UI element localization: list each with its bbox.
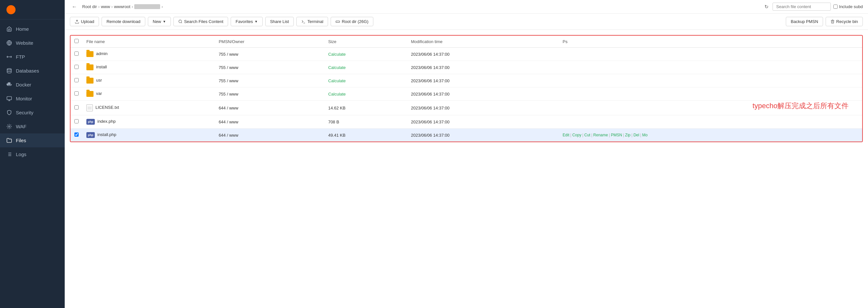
file-name: admin bbox=[96, 51, 107, 56]
row-checkbox[interactable] bbox=[74, 65, 79, 69]
sidebar-item-ftp[interactable]: FTP bbox=[0, 50, 65, 64]
more-action[interactable]: Mo bbox=[642, 133, 648, 137]
file-pmsn: 644 / www bbox=[215, 129, 324, 142]
row-checkbox[interactable] bbox=[74, 105, 79, 109]
del-action[interactable]: Del bbox=[633, 133, 639, 137]
shield-icon bbox=[6, 110, 12, 115]
calculate-link[interactable]: Calculate bbox=[328, 52, 345, 57]
pmsn-action[interactable]: PMSN bbox=[611, 133, 622, 137]
file-ps: Edit| Copy| Cut| Rename| PMSN| Zip| Del|… bbox=[559, 129, 862, 142]
table-row[interactable]: usr755 / wwwCalculate2023/06/06 14:37:00 bbox=[70, 74, 862, 87]
breadcrumb-wwwroot[interactable]: wwwroot bbox=[114, 4, 130, 9]
row-checkbox[interactable] bbox=[74, 119, 79, 123]
file-name: var bbox=[96, 91, 102, 96]
table-row[interactable]: phpindex.php644 / www708 B2023/06/06 14:… bbox=[70, 115, 862, 129]
file-size: 708 B bbox=[324, 115, 407, 129]
breadcrumb-root[interactable]: Root dir bbox=[82, 4, 97, 9]
file-size[interactable]: Calculate bbox=[324, 74, 407, 87]
file-name: install.php bbox=[97, 132, 117, 137]
favorites-button[interactable]: Favorites ▼ bbox=[231, 17, 262, 26]
sidebar-item-monitor-label: Monitor bbox=[16, 96, 32, 101]
include-subdir-checkbox[interactable] bbox=[833, 4, 838, 9]
calculate-link[interactable]: Calculate bbox=[328, 65, 345, 70]
select-all-checkbox[interactable] bbox=[74, 39, 79, 43]
sidebar-item-website[interactable]: Website bbox=[0, 36, 65, 50]
table-row[interactable]: var755 / wwwCalculate2023/06/06 14:37:00 bbox=[70, 87, 862, 101]
file-size[interactable]: Calculate bbox=[324, 87, 407, 101]
cut-action[interactable]: Cut bbox=[584, 133, 590, 137]
row-checkbox[interactable] bbox=[74, 52, 79, 56]
file-modtime: 2023/06/06 14:37:00 bbox=[407, 87, 559, 101]
file-tbody: admin755 / wwwCalculate2023/06/06 14:37:… bbox=[70, 48, 862, 142]
backup-pmsn-button[interactable]: Backup PMSN bbox=[786, 17, 823, 26]
breadcrumb-sep-3: › bbox=[132, 4, 133, 9]
terminal-button[interactable]: Terminal bbox=[296, 17, 328, 26]
sidebar-item-logs[interactable]: Logs bbox=[0, 147, 65, 161]
file-pmsn: 644 / www bbox=[215, 101, 324, 115]
svg-rect-7 bbox=[9, 83, 10, 84]
file-name: usr bbox=[96, 78, 102, 83]
back-button[interactable]: ← bbox=[70, 3, 79, 10]
file-pmsn: 755 / www bbox=[215, 48, 324, 61]
upload-button[interactable]: Upload bbox=[70, 17, 99, 26]
logs-icon bbox=[6, 151, 12, 157]
sidebar-item-home[interactable]: Home bbox=[0, 22, 65, 36]
sidebar-item-docker[interactable]: Docker bbox=[0, 78, 65, 92]
folder-icon bbox=[86, 91, 93, 97]
refresh-button[interactable]: ↻ bbox=[763, 3, 771, 10]
home-icon bbox=[6, 26, 12, 32]
row-checkbox[interactable] bbox=[74, 91, 79, 95]
sidebar-item-security[interactable]: Security bbox=[0, 106, 65, 119]
sidebar-item-databases[interactable]: Databases bbox=[0, 64, 65, 78]
recycle-bin-button[interactable]: Recycle bin bbox=[826, 17, 863, 26]
copy-action[interactable]: Copy bbox=[572, 133, 581, 137]
header-size: Size bbox=[324, 36, 407, 48]
breadcrumb-sep-4: › bbox=[161, 4, 163, 9]
calculate-link[interactable]: Calculate bbox=[328, 78, 345, 83]
recycle-bin-label: Recycle bin bbox=[836, 19, 858, 24]
folder-icon bbox=[86, 51, 93, 57]
globe-icon bbox=[6, 40, 12, 46]
rename-action[interactable]: Rename bbox=[593, 133, 608, 137]
favorites-caret-icon: ▼ bbox=[255, 20, 258, 23]
share-list-button[interactable]: Share List bbox=[265, 17, 294, 26]
row-checkbox[interactable] bbox=[74, 133, 79, 137]
file-ps bbox=[559, 48, 862, 61]
file-table-wrapper: File name PMSN/Owner Size Modification t… bbox=[65, 30, 868, 308]
root-dir-button[interactable]: Root dir (26G) bbox=[331, 17, 373, 26]
breadcrumb-domain[interactable]: ████████ bbox=[134, 4, 160, 9]
file-size[interactable]: Calculate bbox=[324, 61, 407, 74]
file-name: LICENSE.txt bbox=[95, 105, 119, 110]
sidebar-item-monitor[interactable]: Monitor bbox=[0, 92, 65, 106]
breadcrumb-www[interactable]: www bbox=[101, 4, 110, 9]
svg-point-19 bbox=[179, 20, 182, 23]
folder-icon bbox=[86, 78, 93, 84]
zip-action[interactable]: Zip bbox=[625, 133, 630, 137]
sidebar-item-docker-label: Docker bbox=[16, 82, 31, 87]
file-modtime: 2023/06/06 14:37:00 bbox=[407, 48, 559, 61]
calculate-link[interactable]: Calculate bbox=[328, 92, 345, 96]
table-row[interactable]: phpinstall.php644 / www49.41 KB2023/06/0… bbox=[70, 129, 862, 142]
table-row[interactable]: LICENSE.txt644 / www14.62 KB2023/06/06 1… bbox=[70, 101, 862, 115]
search-files-button[interactable]: Search Files Content bbox=[174, 17, 228, 26]
txt-icon bbox=[86, 104, 93, 111]
include-subdir-wrapper: Include subd bbox=[833, 4, 863, 9]
edit-action[interactable]: Edit bbox=[563, 133, 569, 137]
row-checkbox[interactable] bbox=[74, 78, 79, 82]
sidebar-item-waf[interactable]: WAF bbox=[0, 119, 65, 134]
table-row[interactable]: admin755 / wwwCalculate2023/06/06 14:37:… bbox=[70, 48, 862, 61]
file-modtime: 2023/06/06 14:37:00 bbox=[407, 61, 559, 74]
upload-label: Upload bbox=[81, 19, 94, 24]
new-label: New bbox=[153, 19, 161, 24]
file-size[interactable]: Calculate bbox=[324, 48, 407, 61]
table-row[interactable]: install755 / wwwCalculate2023/06/06 14:3… bbox=[70, 61, 862, 74]
php-icon: php bbox=[86, 119, 95, 125]
breadcrumb-bar: ← Root dir › www › wwwroot › ████████ › … bbox=[65, 0, 868, 13]
sidebar-item-website-label: Website bbox=[16, 40, 33, 46]
remote-download-button[interactable]: Remote download bbox=[101, 17, 145, 26]
new-button[interactable]: New ▼ bbox=[148, 17, 171, 26]
search-file-input[interactable] bbox=[773, 3, 831, 11]
sidebar-item-files[interactable]: Files bbox=[0, 134, 65, 147]
svg-point-11 bbox=[8, 125, 10, 127]
file-modtime: 2023/06/06 14:37:00 bbox=[407, 129, 559, 142]
